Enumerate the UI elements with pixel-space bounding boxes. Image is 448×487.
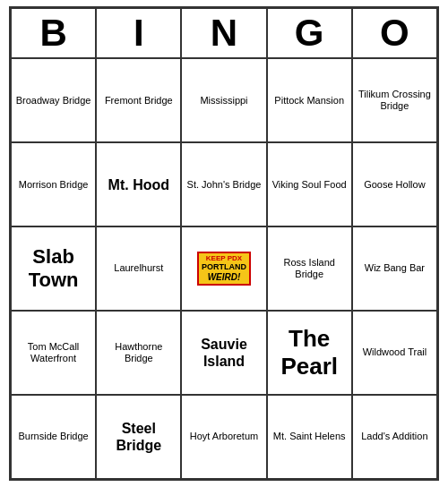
- bingo-cell-19: Wildwood Trail: [352, 311, 437, 395]
- bingo-card: BINGO Broadway BridgeFremont BridgeMissi…: [9, 6, 439, 481]
- bingo-letter-i: I: [96, 8, 181, 58]
- bingo-cell-7: St. John's Bridge: [181, 142, 266, 226]
- bingo-cell-13: Ross Island Bridge: [267, 226, 352, 311]
- bingo-cell-16: Hawthorne Bridge: [96, 311, 181, 395]
- bingo-cell-14: Wiz Bang Bar: [352, 226, 437, 311]
- bingo-letter-b: B: [11, 8, 96, 58]
- bingo-cell-22: Hoyt Arboretum: [181, 395, 266, 479]
- bingo-cell-2: Mississippi: [181, 58, 266, 142]
- bingo-letter-o: O: [352, 8, 437, 58]
- bingo-cell-8: Viking Soul Food: [267, 142, 352, 226]
- bingo-cell-4: Tilikum Crossing Bridge: [352, 58, 437, 142]
- bingo-letter-n: N: [181, 8, 266, 58]
- bingo-cell-1: Fremont Bridge: [96, 58, 181, 142]
- bingo-cell-20: Burnside Bridge: [11, 395, 96, 479]
- bingo-cell-21: Steel Bridge: [96, 395, 181, 479]
- bingo-cell-24: Ladd's Addition: [352, 395, 437, 479]
- bingo-cell-5: Morrison Bridge: [11, 142, 96, 226]
- bingo-header: BINGO: [11, 8, 437, 58]
- bingo-cell-3: Pittock Mansion: [267, 58, 352, 142]
- bingo-letter-g: G: [267, 8, 352, 58]
- bingo-cell-11: Laurelhurst: [96, 226, 181, 311]
- bingo-cell-15: Tom McCall Waterfront: [11, 311, 96, 395]
- bingo-cell-18: The Pearl: [267, 311, 352, 395]
- bingo-grid: Broadway BridgeFremont BridgeMississippi…: [11, 58, 437, 479]
- bingo-cell-9: Goose Hollow: [352, 142, 437, 226]
- bingo-cell-17: Sauvie Island: [181, 311, 266, 395]
- bingo-cell-0: Broadway Bridge: [11, 58, 96, 142]
- bingo-cell-23: Mt. Saint Helens: [267, 395, 352, 479]
- bingo-cell-12: KEEP PDX PORTLAND WEIRD!: [181, 226, 266, 311]
- bingo-cell-10: Slab Town: [11, 226, 96, 311]
- bingo-cell-6: Mt. Hood: [96, 142, 181, 226]
